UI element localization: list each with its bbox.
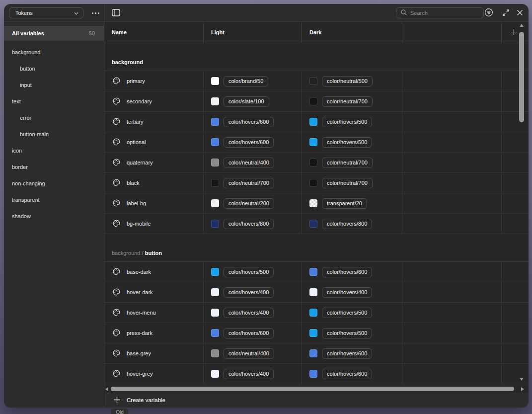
search-field[interactable] <box>396 7 484 18</box>
color-swatch[interactable] <box>211 288 219 296</box>
color-swatch[interactable] <box>309 329 317 337</box>
token-pill[interactable]: color/brand/50 <box>224 76 268 86</box>
vertical-scroll-thumb[interactable] <box>519 32 524 122</box>
token-pill[interactable]: color/hovers/800 <box>322 219 372 229</box>
filter-button[interactable] <box>484 8 494 18</box>
sidebar-item-shadow[interactable]: shadow <box>4 208 104 225</box>
token-pill[interactable]: color/hovers/600 <box>322 369 372 379</box>
table-row[interactable]: label-bgcolor/neutral/200transparent/20 <box>104 193 529 214</box>
token-pill[interactable]: color/hovers/800 <box>224 219 274 229</box>
token-pill[interactable]: color/hovers/500 <box>322 308 372 318</box>
color-swatch[interactable] <box>309 159 317 166</box>
sidebar-item-text[interactable]: text <box>4 93 104 110</box>
token-pill[interactable]: color/neutral/700 <box>322 178 373 188</box>
token-pill[interactable]: color/neutral/400 <box>224 348 274 359</box>
token-pill[interactable]: color/neutral/500 <box>322 76 373 86</box>
search-input[interactable] <box>410 10 470 16</box>
table-row[interactable]: press-darkcolor/hovers/600color/hovers/5… <box>104 323 529 343</box>
sidebar-item-error[interactable]: error <box>4 110 104 126</box>
color-swatch[interactable] <box>211 268 219 276</box>
table-row[interactable]: bg-mobilecolor/hovers/800color/hovers/80… <box>104 214 529 234</box>
token-pill[interactable]: color/hovers/400 <box>322 287 372 298</box>
expand-button[interactable] <box>501 8 511 18</box>
color-swatch[interactable] <box>211 138 219 146</box>
color-swatch[interactable] <box>309 268 317 276</box>
sidebar-item-all-variables[interactable]: All variables 50 <box>4 26 104 41</box>
tab-old[interactable]: Old <box>111 409 128 414</box>
table-row[interactable]: hover-menucolor/hovers/400color/hovers/5… <box>104 303 529 323</box>
token-pill[interactable]: color/hovers/600 <box>224 137 274 148</box>
sidebar-item-transparent[interactable]: transparent <box>4 192 104 208</box>
table-row[interactable]: quaternarycolor/neutral/400color/neutral… <box>104 153 529 173</box>
sidebar-item-icon[interactable]: icon <box>4 143 104 159</box>
token-pill[interactable]: color/neutral/700 <box>322 96 373 107</box>
token-pill[interactable]: color/neutral/400 <box>224 158 274 168</box>
more-options-button[interactable] <box>89 8 101 18</box>
color-swatch[interactable] <box>211 329 219 337</box>
color-swatch[interactable] <box>211 77 219 85</box>
table-row[interactable]: base-greycolor/neutral/400color/hovers/6… <box>104 343 529 364</box>
color-swatch[interactable] <box>309 220 317 228</box>
scroll-down-arrow[interactable] <box>520 378 524 381</box>
token-pill[interactable]: color/hovers/400 <box>224 287 274 298</box>
token-pill[interactable]: color/neutral/700 <box>322 158 373 168</box>
color-swatch[interactable] <box>211 199 219 207</box>
color-swatch[interactable] <box>309 370 317 378</box>
collection-dropdown[interactable]: Tokens <box>9 7 83 18</box>
color-swatch[interactable] <box>309 77 317 85</box>
table-row[interactable]: optionalcolor/hovers/600color/hovers/500 <box>104 132 529 153</box>
scroll-left-arrow[interactable] <box>105 387 108 391</box>
horizontal-scroll-thumb[interactable] <box>111 387 514 391</box>
token-pill[interactable]: color/hovers/400 <box>224 308 274 318</box>
token-pill[interactable]: color/neutral/700 <box>224 178 274 188</box>
create-variable-button[interactable]: Create variable <box>127 397 165 403</box>
close-button[interactable] <box>515 8 525 18</box>
color-swatch[interactable] <box>309 309 317 317</box>
vertical-scrollbar[interactable] <box>519 24 525 383</box>
token-pill[interactable]: color/hovers/500 <box>322 137 372 148</box>
token-pill[interactable]: color/hovers/400 <box>224 369 274 379</box>
token-pill[interactable]: color/hovers/600 <box>224 117 274 127</box>
color-swatch[interactable] <box>309 118 317 126</box>
token-pill[interactable]: color/slate/100 <box>224 96 269 107</box>
sidebar-item-non-changing[interactable]: non-changing <box>4 175 104 192</box>
token-pill[interactable]: color/hovers/600 <box>322 267 372 277</box>
color-swatch[interactable] <box>211 159 219 166</box>
color-swatch[interactable] <box>211 309 219 317</box>
color-swatch[interactable] <box>211 179 219 187</box>
sidebar-item-input[interactable]: input <box>4 77 104 93</box>
color-swatch[interactable] <box>309 199 317 207</box>
token-pill[interactable]: transparent/20 <box>322 198 367 209</box>
sidebar-item-button[interactable]: button <box>4 61 104 77</box>
horizontal-scrollbar[interactable] <box>105 385 525 393</box>
table-row[interactable]: primarycolor/brand/50color/neutral/500 <box>104 71 529 91</box>
color-swatch[interactable] <box>309 349 317 357</box>
sidebar-item-button-main[interactable]: button-main <box>4 126 104 143</box>
table-row[interactable]: secondarycolor/slate/100color/neutral/70… <box>104 91 529 112</box>
token-pill[interactable]: color/hovers/500 <box>322 117 372 127</box>
color-swatch[interactable] <box>211 370 219 378</box>
color-swatch[interactable] <box>211 220 219 228</box>
token-pill[interactable]: color/hovers/500 <box>224 267 274 277</box>
scroll-up-arrow[interactable] <box>520 24 524 27</box>
token-pill[interactable]: color/neutral/200 <box>224 198 274 209</box>
color-swatch[interactable] <box>211 118 219 126</box>
token-pill[interactable]: color/hovers/600 <box>224 328 274 338</box>
sidebar-item-border[interactable]: border <box>4 159 104 175</box>
sidebar-toggle-button[interactable] <box>111 8 121 17</box>
color-swatch[interactable] <box>309 179 317 187</box>
token-pill[interactable]: color/hovers/500 <box>322 328 372 338</box>
color-swatch[interactable] <box>309 138 317 146</box>
token-pill[interactable]: color/hovers/600 <box>322 348 372 359</box>
sidebar-item-background[interactable]: background <box>4 44 104 61</box>
color-swatch[interactable] <box>309 97 317 105</box>
table-row[interactable]: blackcolor/neutral/700color/neutral/700 <box>104 173 529 193</box>
table-row[interactable]: hover-greycolor/hovers/400color/hovers/6… <box>104 364 529 384</box>
color-swatch[interactable] <box>211 349 219 357</box>
table-row[interactable]: base-darkcolor/hovers/500color/hovers/60… <box>104 262 529 282</box>
scroll-right-arrow[interactable] <box>521 387 524 391</box>
color-swatch[interactable] <box>211 97 219 105</box>
table-row[interactable]: tertiarycolor/hovers/600color/hovers/500 <box>104 112 529 132</box>
color-swatch[interactable] <box>309 288 317 296</box>
table-row[interactable]: hover-darkcolor/hovers/400color/hovers/4… <box>104 282 529 303</box>
